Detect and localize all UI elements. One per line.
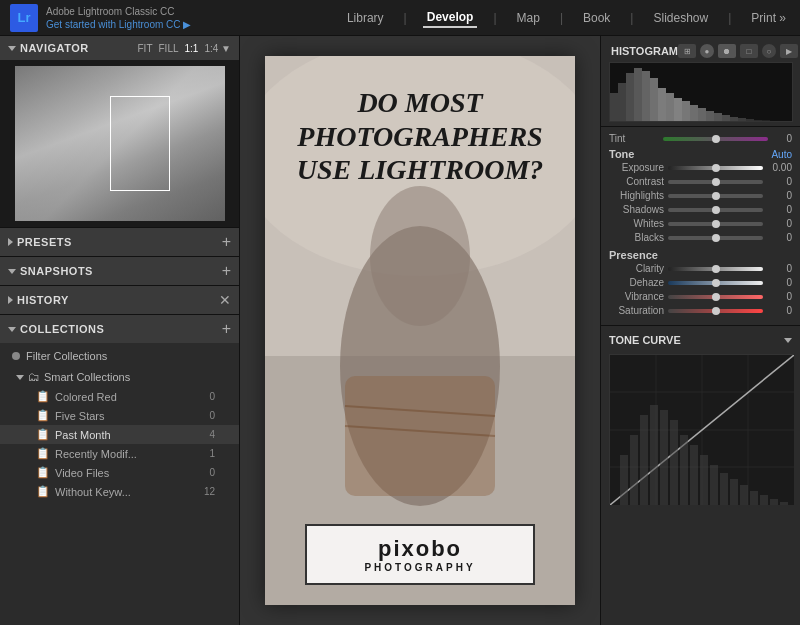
contrast-row: Contrast 0 — [609, 176, 792, 187]
auto-button[interactable]: Auto — [771, 149, 792, 160]
saturation-slider[interactable] — [668, 309, 763, 313]
svg-rect-10 — [626, 73, 634, 122]
snapshots-section: Snapshots + — [0, 257, 239, 286]
tone-curve-svg — [610, 355, 794, 505]
nav-slideshow[interactable]: Slideshow — [649, 9, 712, 27]
history-expand-icon — [8, 296, 13, 304]
contrast-slider[interactable] — [668, 180, 763, 184]
tint-slider-thumb — [712, 135, 720, 143]
highlights-slider[interactable] — [668, 194, 763, 198]
snapshots-add-button[interactable]: + — [222, 263, 231, 279]
histogram-record-icon[interactable]: ⏺ — [718, 44, 736, 58]
saturation-value: 0 — [767, 305, 792, 316]
dehaze-label: Dehaze — [609, 277, 664, 288]
presets-add-button[interactable]: + — [222, 234, 231, 250]
whites-slider[interactable] — [668, 222, 763, 226]
histogram-phone-icon[interactable]: □ — [740, 44, 758, 58]
collections-label: Collections — [20, 323, 104, 335]
smart-collections-folder-icon: 🗂 — [28, 370, 40, 384]
collection-icon-colored-red: 📋 — [36, 390, 50, 403]
collection-name-colored-red: Colored Red — [55, 391, 117, 403]
collection-item-five-stars[interactable]: 📋 Five Stars 0 — [0, 406, 239, 425]
cc-link[interactable]: Get started with Lightroom CC ▶ — [46, 18, 191, 31]
svg-rect-23 — [730, 117, 738, 122]
histogram-toggle-icon[interactable]: ▶ — [780, 44, 798, 58]
shadows-row: Shadows 0 — [609, 204, 792, 215]
contrast-label: Contrast — [609, 176, 664, 187]
shadows-slider[interactable] — [668, 208, 763, 212]
filter-collections-row[interactable]: Filter Collections — [0, 347, 239, 365]
collections-header[interactable]: Collections + — [0, 315, 239, 343]
svg-rect-12 — [642, 71, 650, 122]
collection-count-colored-red: 0 — [209, 391, 215, 402]
svg-rect-15 — [666, 93, 674, 122]
clarity-slider[interactable] — [668, 267, 763, 271]
exposure-slider[interactable] — [668, 166, 763, 170]
saturation-label: Saturation — [609, 305, 664, 316]
zoom-1-1[interactable]: 1:1 — [185, 43, 199, 54]
histogram-grid-icon[interactable]: ⊞ — [678, 44, 696, 58]
zoom-1-4[interactable]: 1:4 ▼ — [204, 43, 231, 54]
smart-collections-header[interactable]: 🗂 Smart Collections — [0, 367, 239, 387]
nav-develop[interactable]: Develop — [423, 8, 478, 28]
collection-count-recently-modified: 1 — [209, 448, 215, 459]
presets-header[interactable]: Presets + — [0, 228, 239, 256]
saturation-row: Saturation 0 — [609, 305, 792, 316]
collection-count-video-files: 0 — [209, 467, 215, 478]
collections-add-button[interactable]: + — [222, 321, 231, 337]
navigator-label: Navigator — [20, 42, 89, 54]
collection-name-past-month: Past Month — [55, 429, 111, 441]
svg-rect-49 — [720, 473, 728, 505]
zoom-fill[interactable]: FILL — [159, 43, 179, 54]
blacks-slider[interactable] — [668, 236, 763, 240]
svg-rect-22 — [722, 115, 730, 122]
blacks-label: Blacks — [609, 232, 664, 243]
tint-slider[interactable] — [663, 137, 768, 141]
svg-rect-42 — [650, 405, 658, 505]
highlights-value: 0 — [767, 190, 792, 201]
shadows-value: 0 — [767, 204, 792, 215]
vibrance-value: 0 — [767, 291, 792, 302]
nav-book[interactable]: Book — [579, 9, 614, 27]
collection-item-video-files[interactable]: 📋 Video Files 0 — [0, 463, 239, 482]
collection-name-video-files: Video Files — [55, 467, 109, 479]
center-panel: DO MOST PHOTOGRAPHERS USE LIGHTROOM? pix… — [240, 36, 600, 625]
whites-label: Whites — [609, 218, 664, 229]
tone-curve-collapse-icon — [784, 338, 792, 343]
svg-rect-29 — [778, 121, 786, 122]
snapshots-header[interactable]: Snapshots + — [0, 257, 239, 285]
nav-map[interactable]: Map — [513, 9, 544, 27]
collection-item-colored-red[interactable]: 📋 Colored Red 0 — [0, 387, 239, 406]
blacks-value: 0 — [767, 232, 792, 243]
history-header[interactable]: History ✕ — [0, 286, 239, 314]
presets-label: Presets — [17, 236, 72, 248]
navigator-header[interactable]: Navigator FIT FILL 1:1 1:4 ▼ — [0, 36, 239, 60]
photo-title-line1: DO MOST — [357, 87, 482, 118]
tone-controls: Tint 0 Tone Auto Exposure 0.00 — [601, 126, 800, 325]
histogram-circle-icon[interactable]: ● — [700, 44, 714, 58]
collection-item-without-keywords[interactable]: 📋 Without Keyw... 12 — [0, 482, 239, 501]
collection-item-past-month[interactable]: 📋 Past Month 4 — [0, 425, 239, 444]
snapshots-label: Snapshots — [20, 265, 93, 277]
smart-collections-label: Smart Collections — [44, 371, 130, 383]
svg-rect-25 — [746, 119, 754, 122]
vibrance-slider[interactable] — [668, 295, 763, 299]
histogram-dot-icon[interactable]: ○ — [762, 44, 776, 58]
zoom-fit[interactable]: FIT — [138, 43, 153, 54]
svg-rect-44 — [670, 420, 678, 505]
dehaze-slider[interactable] — [668, 281, 763, 285]
histogram-chart — [609, 62, 793, 122]
collection-count-past-month: 4 — [209, 429, 215, 440]
nav-print[interactable]: Print » — [747, 9, 790, 27]
top-bar: Lr Adobe Lightroom Classic CC Get starte… — [0, 0, 800, 36]
tone-section-text: Tone — [609, 148, 634, 160]
history-close-button[interactable]: ✕ — [219, 292, 231, 308]
collection-item-recently-modified[interactable]: 📋 Recently Modif... 1 — [0, 444, 239, 463]
saturation-thumb — [712, 307, 720, 315]
svg-rect-40 — [630, 435, 638, 505]
tone-curve-header[interactable]: Tone Curve — [601, 330, 800, 350]
photo-display: DO MOST PHOTOGRAPHERS USE LIGHTROOM? pix… — [265, 56, 575, 605]
nav-library[interactable]: Library — [343, 9, 388, 27]
svg-rect-39 — [620, 455, 628, 505]
svg-rect-20 — [706, 111, 714, 122]
